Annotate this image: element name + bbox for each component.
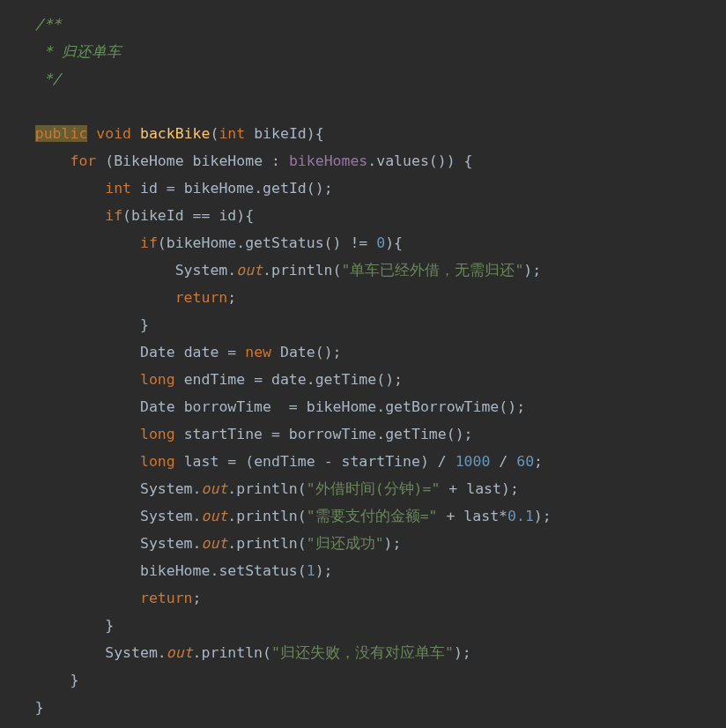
paren: ) [236, 207, 245, 224]
eq: = [271, 426, 280, 442]
op: != [350, 234, 367, 251]
paren: ) [438, 152, 447, 169]
paren: ) [384, 535, 393, 552]
keyword-public: public [35, 125, 88, 142]
call: getStatus [245, 234, 323, 251]
code-line: return; [0, 590, 202, 606]
paren: ( [315, 344, 324, 360]
paren: ( [307, 180, 315, 197]
code-line: /** [0, 16, 62, 33]
op: / [438, 453, 447, 470]
semi: ; [534, 453, 543, 470]
dot: . [263, 262, 271, 279]
var: bikeId [131, 207, 184, 224]
call: getId [263, 180, 307, 197]
eq: = [167, 180, 175, 197]
paren: ) [324, 344, 333, 360]
code-line: } [0, 316, 149, 333]
brace: } [105, 617, 114, 634]
number: 0.1 [507, 508, 534, 524]
var: last [466, 480, 501, 497]
brace: { [394, 234, 403, 251]
paren: ( [376, 371, 385, 388]
paren: ) [307, 125, 315, 142]
type: Date [140, 398, 175, 415]
paren: ) [523, 262, 532, 279]
brace: } [35, 699, 44, 716]
op: * [499, 508, 507, 524]
paren: ( [263, 644, 271, 661]
comment-body: * 归还单车 [35, 43, 122, 60]
code-line: public void backBike(int bikeId){ [0, 125, 324, 142]
call: getBorrowTime [385, 398, 499, 415]
paren: ) [333, 234, 342, 251]
dot: . [193, 508, 202, 524]
paren: ) [315, 180, 324, 197]
field-out: out [236, 262, 263, 279]
code-line: for (BikeHome bikeHome : bikeHomes.value… [0, 152, 473, 169]
var: startTine [342, 453, 420, 470]
type: Date [140, 344, 175, 360]
var: bikeHome [184, 180, 254, 197]
keyword-int: int [105, 180, 131, 197]
code-line: if(bikeId == id){ [0, 207, 254, 224]
code-line: System.out.println("外借时间(分钟)=" + last); [0, 480, 519, 497]
semi: ; [324, 562, 333, 579]
class: System [140, 535, 193, 552]
paren: ( [298, 562, 307, 579]
var: bikeHome [167, 234, 236, 251]
semi: ; [532, 262, 541, 279]
paren: ( [122, 207, 131, 224]
op: == [193, 207, 211, 224]
code-line: } [0, 672, 78, 688]
param: bikeId [254, 125, 307, 142]
code-line: System.out.println("单车已经外借，无需归还"); [0, 262, 541, 279]
keyword-if: if [105, 207, 122, 224]
brace: { [315, 125, 324, 142]
var: last [463, 508, 499, 524]
code-line: } [0, 699, 44, 716]
field-out: out [167, 644, 193, 661]
number: 0 [376, 234, 385, 251]
keyword-new: new [245, 344, 271, 360]
dot: . [227, 508, 236, 524]
code-line: long last = (endTime - startTine) / 1000… [0, 453, 543, 470]
call: println [236, 535, 298, 552]
dot: . [376, 426, 385, 442]
paren: ( [158, 234, 167, 251]
keyword-long: long [140, 426, 175, 442]
call: println [236, 480, 298, 497]
paren: ( [333, 262, 342, 279]
keyword-long: long [140, 371, 175, 388]
code-line: System.out.println("需要支付的金额=" + last*0.1… [0, 508, 552, 524]
dot: . [227, 262, 236, 279]
brace: { [464, 152, 473, 169]
colon: : [271, 152, 280, 169]
class: System [175, 262, 228, 279]
string: "归还失败，没有对应单车" [271, 644, 454, 661]
semi: ; [193, 590, 202, 606]
keyword-return: return [140, 590, 193, 606]
dot: . [376, 398, 385, 415]
keyword-void: void [96, 125, 131, 142]
semi: ; [464, 426, 473, 442]
number: 1000 [456, 453, 491, 470]
code-editor[interactable]: /** * 归还单车 */ public void backBike(int b… [0, 0, 726, 721]
dot: . [254, 180, 263, 197]
semi: ; [510, 480, 519, 497]
eq: = [289, 398, 298, 415]
paren: ) [447, 152, 456, 169]
paren: ( [298, 480, 307, 497]
code-line: } [0, 617, 114, 634]
call: setStatus [219, 562, 297, 579]
paren: ( [324, 234, 333, 251]
type: BikeHome [114, 152, 183, 169]
paren: ) [501, 480, 510, 497]
class: System [140, 480, 193, 497]
number: 60 [516, 453, 534, 470]
keyword-return: return [175, 289, 228, 306]
code-line: System.out.println("归还失败，没有对应单车"); [0, 644, 471, 661]
code-line: Date borrowTime = bikeHome.getBorrowTime… [0, 398, 525, 415]
code-line: return; [0, 289, 236, 306]
call: getTime [385, 426, 447, 442]
